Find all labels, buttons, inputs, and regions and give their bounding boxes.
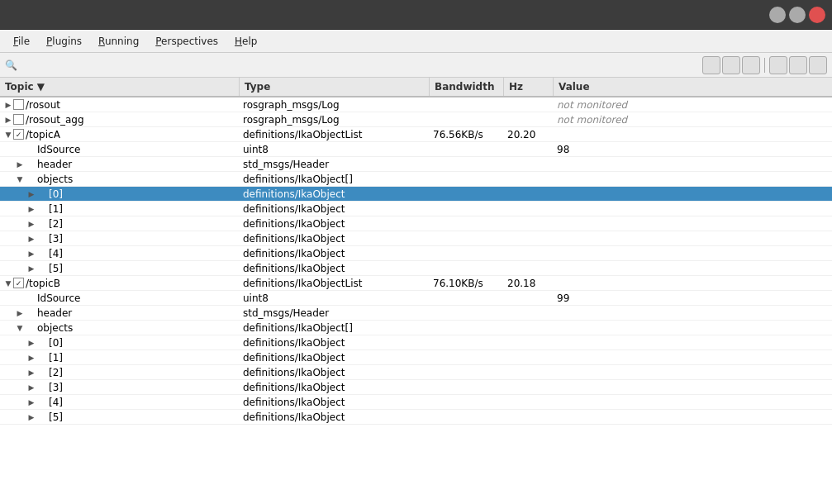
table-row[interactable]: ▼/topicBdefinitions/IkaObjectList76.10KB… <box>0 276 832 291</box>
expand-button[interactable]: ▶ <box>26 353 36 363</box>
row-checkbox[interactable] <box>13 278 24 288</box>
menu-running[interactable]: Running <box>90 32 147 50</box>
toolbar-close-button[interactable] <box>809 56 827 74</box>
table-row[interactable]: ▶[3]definitions/IkaObject <box>0 231 832 246</box>
maximize-button[interactable] <box>789 7 806 23</box>
cell-hz <box>504 342 554 344</box>
col-header-type[interactable]: Type <box>240 78 430 96</box>
expand-button[interactable]: ▶ <box>26 189 36 199</box>
table-row[interactable]: ▶[1]definitions/IkaObject <box>0 202 832 216</box>
table-row[interactable]: ▶[1]definitions/IkaObject <box>0 350 832 365</box>
cell-hz <box>504 357 554 359</box>
cell-bandwidth <box>430 357 504 359</box>
menu-perspectives[interactable]: Perspectives <box>147 32 226 50</box>
cell-type: rosgraph_msgs/Log <box>240 113 430 126</box>
toolbar-float-button[interactable] <box>789 56 807 74</box>
expand-button[interactable]: ▶ <box>26 234 36 244</box>
menu-help[interactable]: Help <box>226 32 265 50</box>
toolbar-separator <box>764 58 765 73</box>
cell-value <box>554 357 832 359</box>
expand-button[interactable]: ▶ <box>26 204 36 214</box>
topic-name: [4] <box>49 248 63 259</box>
cell-type: rosgraph_msgs/Log <box>240 98 430 112</box>
cell-type: definitions/IkaObject <box>240 396 430 409</box>
table-row[interactable]: ▶[2]definitions/IkaObject <box>0 365 832 380</box>
toolbar-d-button[interactable] <box>702 56 720 74</box>
table-row[interactable]: ▶/rosoutrosgraph_msgs/Lognot monitored <box>0 97 832 112</box>
cell-bandwidth <box>430 297 504 299</box>
tree-table[interactable]: Topic ▼ Type Bandwidth Hz Value ▶/rosout… <box>0 78 832 504</box>
table-row[interactable]: ▶[3]definitions/IkaObject <box>0 380 832 395</box>
topic-name: IdSource <box>37 144 80 155</box>
window-controls <box>769 7 825 23</box>
expand-button[interactable]: ▶ <box>15 159 25 169</box>
expand-button[interactable]: ▶ <box>3 115 13 125</box>
table-row[interactable]: ▼/topicAdefinitions/IkaObjectList76.56KB… <box>0 127 832 142</box>
cell-type: definitions/IkaObject <box>240 381 430 394</box>
cell-bandwidth <box>430 119 504 121</box>
expand-button[interactable]: ▶ <box>26 383 36 392</box>
cell-topic: ▶/rosout <box>0 98 240 112</box>
menu-file[interactable]: File <box>5 32 38 50</box>
table-row[interactable]: ▶headerstd_msgs/Header <box>0 306 832 321</box>
expand-button[interactable]: ▶ <box>26 219 36 229</box>
cell-hz <box>504 402 554 403</box>
expand-button[interactable]: ▼ <box>15 323 25 333</box>
row-checkbox[interactable] <box>13 114 24 125</box>
topic-name: header <box>37 159 72 170</box>
cell-bandwidth <box>430 193 504 195</box>
expand-button[interactable]: ▼ <box>3 278 13 288</box>
expand-button[interactable]: ▼ <box>3 130 13 140</box>
toolbar: 🔍 <box>0 53 832 78</box>
cell-type: std_msgs/Header <box>240 307 430 320</box>
col-header-topic[interactable]: Topic ▼ <box>0 78 240 96</box>
table-row[interactable]: ▼objectsdefinitions/IkaObject[] <box>0 172 832 187</box>
table-row[interactable]: ▶headerstd_msgs/Header <box>0 157 832 172</box>
table-row[interactable]: ▶[0]definitions/IkaObject <box>0 335 832 350</box>
expand-button[interactable]: ▶ <box>26 412 36 422</box>
cell-topic: ▶[3] <box>0 381 240 394</box>
table-row[interactable]: ▶[0]definitions/IkaObject <box>0 187 832 202</box>
table-row[interactable]: ▶[5]definitions/IkaObject <box>0 261 832 276</box>
cell-value <box>554 193 832 195</box>
table-row[interactable]: ▶[5]definitions/IkaObject <box>0 410 832 425</box>
expand-button[interactable]: ▶ <box>26 249 36 259</box>
cell-topic: ▼objects <box>0 173 240 186</box>
table-row[interactable]: ▼objectsdefinitions/IkaObject[] <box>0 321 832 335</box>
expand-button[interactable]: ▶ <box>26 397 36 407</box>
col-header-value[interactable]: Value <box>554 78 832 96</box>
expand-button[interactable]: ▶ <box>26 264 36 273</box>
cell-hz <box>504 208 554 210</box>
topic-name: objects <box>37 322 73 334</box>
row-checkbox[interactable] <box>13 99 24 110</box>
cell-topic: ▶[4] <box>0 396 240 409</box>
cell-value <box>554 327 832 329</box>
cell-type: definitions/IkaObject <box>240 217 430 231</box>
menu-plugins[interactable]: Plugins <box>38 32 90 50</box>
col-header-bandwidth[interactable]: Bandwidth <box>430 78 504 96</box>
table-row[interactable]: IdSourceuint898 <box>0 142 832 157</box>
cell-topic: ▶[1] <box>0 351 240 364</box>
row-checkbox[interactable] <box>13 129 24 140</box>
table-row[interactable]: ▶[4]definitions/IkaObject <box>0 246 832 261</box>
topic-name: [1] <box>49 203 63 215</box>
close-button[interactable] <box>809 7 825 23</box>
expand-button[interactable]: ▶ <box>26 338 36 348</box>
expand-button[interactable]: ▶ <box>26 368 36 378</box>
table-row[interactable]: ▶[2]definitions/IkaObject <box>0 216 832 231</box>
topic-name: [2] <box>49 218 63 230</box>
expand-button[interactable]: ▶ <box>15 308 25 318</box>
expand-button[interactable]: ▼ <box>15 174 25 184</box>
cell-value <box>554 312 832 314</box>
table-row[interactable]: ▶/rosout_aggrosgraph_msgs/Lognot monitor… <box>0 112 832 127</box>
minimize-button[interactable] <box>769 7 786 23</box>
topic-name: [4] <box>49 397 63 408</box>
table-row[interactable]: ▶[4]definitions/IkaObject <box>0 395 832 410</box>
cell-value: 98 <box>554 143 832 156</box>
toolbar-detach-button[interactable] <box>769 56 787 74</box>
table-row[interactable]: IdSourceuint899 <box>0 291 832 306</box>
col-header-hz[interactable]: Hz <box>504 78 554 96</box>
expand-button[interactable]: ▶ <box>3 100 13 110</box>
toolbar-refresh-button[interactable] <box>722 56 740 74</box>
toolbar-help-button[interactable] <box>742 56 760 74</box>
